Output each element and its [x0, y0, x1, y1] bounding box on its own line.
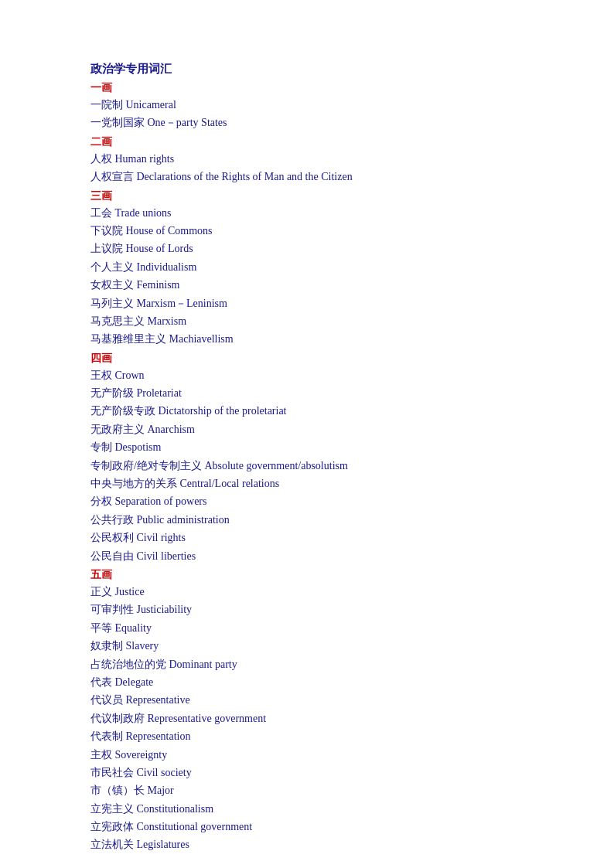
entry-4-9: 主权 Sovereignty [90, 747, 524, 764]
entry-3-2: 无产阶级专政 Dictatorship of the proletariat [90, 403, 524, 420]
entry-2-1: 下议院 House of Commons [90, 223, 524, 240]
entry-4-3: 奴隶制 Slavery [90, 638, 524, 655]
entry-3-3: 无政府主义 Anarchism [90, 421, 524, 438]
entry-4-5: 代表 Delegate [90, 674, 524, 691]
section-header-2: 三画 [90, 189, 524, 203]
entry-4-7: 代议制政府 Representative government [90, 710, 524, 727]
entry-3-1: 无产阶级 Proletariat [90, 385, 524, 402]
entry-2-3: 个人主义 Individualism [90, 259, 524, 276]
entry-4-4: 占统治地位的党 Dominant party [90, 656, 524, 673]
entry-1-1: 人权宣言 Declarations of the Rights of Man a… [90, 168, 524, 186]
entry-3-5: 专制政府/绝对专制主义 Absolute government/absoluti… [90, 458, 524, 475]
entry-3-8: 公共行政 Public administration [90, 512, 524, 529]
entry-2-6: 马克思主义 Marxism [90, 313, 524, 330]
entry-2-5: 马列主义 Marxism－Leninism [90, 295, 524, 312]
entry-4-12: 立宪主义 Constitutionalism [90, 801, 524, 818]
entry-4-10: 市民社会 Civil society [90, 764, 524, 781]
entry-3-10: 公民自由 Civil liberties [90, 548, 524, 565]
entry-4-8: 代表制 Representation [90, 728, 524, 745]
entry-3-9: 公民权利 Civil rights [90, 529, 524, 546]
section-header-1: 二画 [90, 135, 524, 149]
page-title: 政治学专用词汇 [90, 62, 524, 77]
section-header-3: 四画 [90, 352, 524, 366]
entry-4-2: 平等 Equality [90, 620, 524, 637]
entry-3-0: 王权 Crown [90, 367, 524, 384]
entry-4-11: 市（镇）长 Major [90, 782, 524, 799]
entry-3-4: 专制 Despotism [90, 439, 524, 456]
entry-3-7: 分权 Separation of powers [90, 493, 524, 510]
entry-0-1: 一党制国家 One－party States [90, 114, 524, 131]
section-header-0: 一画 [90, 81, 524, 95]
entry-2-4: 女权主义 Feminism [90, 277, 524, 294]
entry-3-6: 中央与地方的关系 Central/Local relations [90, 475, 524, 492]
entry-4-1: 可审判性 Justiciability [90, 601, 524, 618]
entry-2-7: 马基雅维里主义 Machiavellism [90, 331, 524, 348]
entry-2-2: 上议院 House of Lords [90, 240, 524, 257]
content-sections: 一画一院制 Unicameral一党制国家 One－party States二画… [90, 81, 524, 854]
entry-0-0: 一院制 Unicameral [90, 97, 524, 114]
entry-1-0: 人权 Human rights [90, 151, 524, 168]
entry-2-0: 工会 Trade unions [90, 205, 524, 222]
section-header-4: 五画 [90, 568, 524, 582]
entry-4-13: 立宪政体 Constitutional government [90, 819, 524, 836]
entry-4-14: 立法机关 Legislatures [90, 836, 524, 853]
entry-4-6: 代议员 Representative [90, 692, 524, 709]
entry-4-0: 正义 Justice [90, 584, 524, 601]
